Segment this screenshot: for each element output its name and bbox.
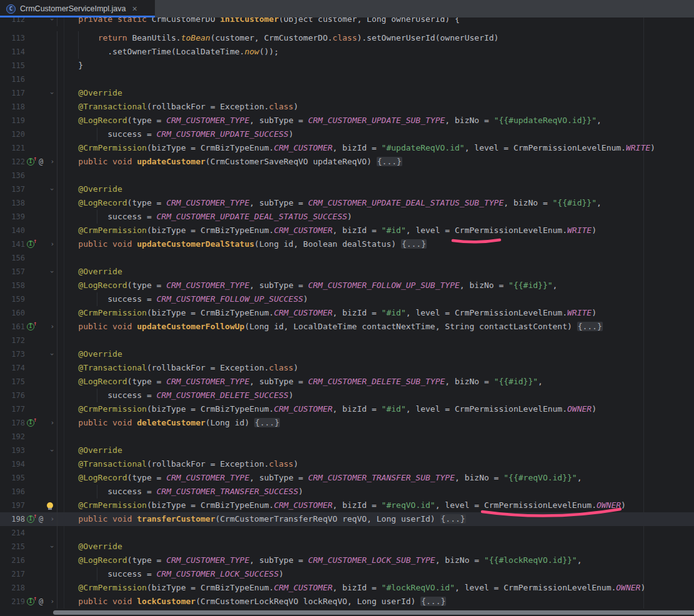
code-text [57, 430, 59, 444]
gutter [25, 581, 57, 595]
java-class-icon: C [6, 4, 16, 14]
line-number: 192 [0, 430, 25, 444]
tab-close-icon[interactable]: × [132, 4, 137, 13]
code-line[interactable]: 219I↑@› public void lockCustomer(CrmCust… [0, 595, 694, 609]
code-line[interactable]: 193› @Override [0, 444, 694, 457]
code-text: @LogRecord(type = CRM_CUSTOMER_TYPE, sub… [57, 471, 582, 485]
code-line[interactable]: 140 @CrmPermission(bizType = CrmBizTypeE… [0, 224, 694, 237]
override-method-icon[interactable]: I↑ [27, 322, 37, 331]
gutter [25, 457, 57, 471]
code-line[interactable]: 175 @LogRecord(type = CRM_CUSTOMER_TYPE,… [0, 375, 694, 389]
code-line[interactable]: 216 @LogRecord(type = CRM_CUSTOMER_TYPE,… [0, 554, 694, 567]
intention-bulb-icon[interactable] [47, 502, 53, 509]
code-line[interactable]: 113 return BeanUtils.toBean(customer, Cr… [0, 31, 694, 45]
tab-title: CrmCustomerServiceImpl.java [20, 4, 126, 13]
line-number: 198 [0, 512, 25, 526]
code-line[interactable]: 112› private static CrmCustomerDO initCu… [0, 17, 694, 31]
code-line[interactable]: 138 @LogRecord(type = CRM_CUSTOMER_TYPE,… [0, 196, 694, 210]
code-line[interactable]: 177 @CrmPermission(bizType = CrmBizTypeE… [0, 402, 694, 416]
gutter: › [25, 182, 57, 196]
code-text: @Override [57, 182, 122, 196]
annotation-gutter-icon[interactable]: @ [39, 512, 43, 526]
gutter [25, 567, 57, 581]
code-line[interactable]: 158 @LogRecord(type = CRM_CUSTOMER_TYPE,… [0, 279, 694, 292]
line-number: 215 [0, 540, 25, 554]
line-number: 115 [0, 59, 25, 72]
code-line[interactable]: 172 [0, 334, 694, 347]
code-line[interactable]: 174 @Transactional(rollbackFor = Excepti… [0, 361, 694, 375]
code-line[interactable]: 156 [0, 251, 694, 265]
code-line[interactable]: 117› @Override [0, 86, 694, 100]
code-line[interactable]: 159 success = CRM_CUSTOMER_FOLLOW_UP_SUC… [0, 292, 694, 306]
code-line[interactable]: 119 @LogRecord(type = CRM_CUSTOMER_TYPE,… [0, 114, 694, 127]
fold-collapsed-icon[interactable]: › [50, 595, 54, 609]
annotation-gutter-icon[interactable]: @ [39, 595, 43, 609]
code-line[interactable]: 195 @LogRecord(type = CRM_CUSTOMER_TYPE,… [0, 471, 694, 485]
code-line[interactable]: 198I↑@› public void transferCustomer(Crm… [0, 512, 694, 526]
override-method-icon[interactable]: I↑ [27, 515, 37, 524]
code-line[interactable]: 217 success = CRM_CUSTOMER_LOCK_SUCCESS) [0, 567, 694, 581]
horizontal-scrollbar[interactable] [53, 610, 694, 615]
gutter [25, 169, 57, 182]
fold-collapsed-icon[interactable]: › [50, 320, 54, 334]
code-line[interactable]: 116 [0, 72, 694, 86]
fold-collapsed-icon[interactable]: › [50, 237, 54, 251]
code-text: @LogRecord(type = CRM_CUSTOMER_TYPE, sub… [57, 114, 602, 127]
code-line[interactable]: 192 [0, 430, 694, 444]
gutter [25, 526, 57, 540]
gutter: I↑› [25, 416, 57, 430]
code-line[interactable]: 173› @Override [0, 347, 694, 361]
line-number: 172 [0, 334, 25, 347]
code-line[interactable]: 218 @CrmPermission(bizType = CrmBizTypeE… [0, 581, 694, 595]
fold-collapsed-icon[interactable]: › [50, 416, 54, 430]
line-number: 119 [0, 114, 25, 127]
line-number: 173 [0, 347, 25, 361]
code-text: public void transferCustomer(CrmCustomer… [57, 512, 466, 526]
code-area[interactable]: 112› private static CrmCustomerDO initCu… [0, 17, 694, 609]
code-line[interactable]: 214 [0, 526, 694, 540]
code-line[interactable]: 136 [0, 169, 694, 182]
code-text: @Transactional(rollbackFor = Exception.c… [57, 457, 299, 471]
annotation-gutter-icon[interactable]: @ [39, 155, 43, 169]
code-line[interactable]: 137› @Override [0, 182, 694, 196]
gutter [25, 45, 57, 59]
code-line[interactable]: 121 @CrmPermission(bizType = CrmBizTypeE… [0, 141, 694, 155]
gutter [25, 279, 57, 292]
code-line[interactable]: 215› @Override [0, 540, 694, 554]
code-line[interactable]: 160 @CrmPermission(bizType = CrmBizTypeE… [0, 306, 694, 320]
fold-collapsed-icon[interactable]: › [50, 155, 54, 169]
code-line[interactable]: 176 success = CRM_CUSTOMER_DELETE_SUCCES… [0, 389, 694, 402]
code-line[interactable]: 115 } [0, 59, 694, 72]
line-number: 195 [0, 471, 25, 485]
code-text: @LogRecord(type = CRM_CUSTOMER_TYPE, sub… [57, 279, 557, 292]
gutter: › [25, 265, 57, 279]
code-line[interactable]: 157› @Override [0, 265, 694, 279]
code-line[interactable]: 197 @CrmPermission(bizType = CrmBizTypeE… [0, 499, 694, 512]
code-line[interactable]: 194 @Transactional(rollbackFor = Excepti… [0, 457, 694, 471]
code-line[interactable]: 114 .setOwnerTime(LocalDateTime.now()); [0, 45, 694, 59]
code-line[interactable]: 120 success = CRM_CUSTOMER_UPDATE_SUCCES… [0, 127, 694, 141]
code-line[interactable]: 118 @Transactional(rollbackFor = Excepti… [0, 100, 694, 114]
code-line[interactable]: 141I↑› public void updateCustomerDealSta… [0, 237, 694, 251]
code-line[interactable]: 178I↑› public void deleteCustomer(Long i… [0, 416, 694, 430]
code-text: @CrmPermission(bizType = CrmBizTypeEnum.… [57, 402, 597, 416]
override-method-icon[interactable]: I↑ [27, 240, 37, 249]
override-method-icon[interactable]: I↑ [27, 597, 37, 606]
gutter [25, 251, 57, 265]
line-number: 218 [0, 581, 25, 595]
code-text: public void deleteCustomer(Long id) {...… [57, 416, 280, 430]
fold-collapsed-icon[interactable]: › [50, 512, 54, 526]
gutter: › [25, 347, 57, 361]
code-line[interactable]: 139 success = CRM_CUSTOMER_UPDATE_DEAL_S… [0, 210, 694, 224]
line-number: 161 [0, 320, 25, 334]
override-method-icon[interactable]: I↑ [27, 419, 37, 427]
tab-crmcustomerserviceimpl[interactable]: C CrmCustomerServiceImpl.java × [0, 0, 155, 17]
code-text: success = CRM_CUSTOMER_DELETE_SUCCESS) [57, 389, 294, 402]
code-line[interactable]: 161I↑› public void updateCustomerFollowU… [0, 320, 694, 334]
code-editor[interactable]: 112› private static CrmCustomerDO initCu… [0, 17, 694, 616]
line-number: 219 [0, 595, 25, 609]
override-method-icon[interactable]: I↑ [27, 157, 37, 166]
code-text: @Override [57, 347, 122, 361]
code-line[interactable]: 196 success = CRM_CUSTOMER_TRANSFER_SUCC… [0, 485, 694, 499]
code-line[interactable]: 122I↑@› public void updateCustomer(CrmCu… [0, 155, 694, 169]
